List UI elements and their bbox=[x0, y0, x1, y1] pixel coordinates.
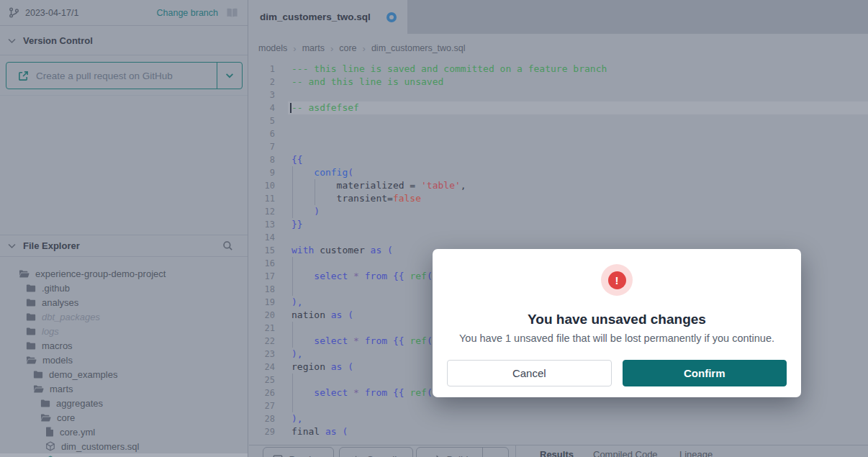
create-pull-request-button[interactable]: Create a pull request on GitHub bbox=[6, 62, 243, 89]
external-link-icon bbox=[18, 71, 29, 81]
line-number-gutter: 1234567891011121314151617181920212223242… bbox=[249, 63, 275, 438]
file-tree-item-label: .github bbox=[42, 283, 70, 294]
file-tree-item[interactable]: logs bbox=[0, 324, 248, 338]
line-number: 12 bbox=[249, 205, 275, 218]
code-line[interactable]: }} bbox=[291, 218, 868, 231]
preview-label: Preview bbox=[289, 454, 323, 457]
breadcrumb-item[interactable]: marts bbox=[302, 43, 325, 53]
code-line[interactable] bbox=[291, 114, 868, 127]
build-dropdown-caret[interactable] bbox=[482, 448, 508, 457]
code-line[interactable]: ) bbox=[291, 205, 868, 218]
file-tree-item[interactable]: dim_customers_two.sql bbox=[0, 453, 248, 457]
file-tree-item-label: core.yml bbox=[60, 427, 95, 438]
folder-icon bbox=[26, 284, 36, 293]
file-tree-item[interactable]: marts bbox=[0, 381, 248, 396]
file-tree-item-label: experience-group-demo-project bbox=[35, 268, 166, 279]
folder-icon bbox=[26, 327, 36, 336]
breadcrumb-item[interactable]: dim_customers_two.sql bbox=[371, 43, 466, 53]
line-number: 25 bbox=[249, 374, 275, 386]
branch-bar: 2023-04-17/1 Change branch bbox=[0, 0, 248, 26]
indent-guide bbox=[292, 257, 293, 296]
code-line[interactable]: --- this line is saved and committed on … bbox=[291, 63, 868, 76]
branch-name: 2023-04-17/1 bbox=[25, 8, 78, 18]
modal-actions: Cancel Confirm bbox=[447, 360, 787, 386]
folder-open-icon bbox=[19, 269, 30, 279]
section-divider bbox=[0, 95, 248, 96]
alert-icon-halo: ! bbox=[601, 264, 633, 296]
change-branch-link[interactable]: Change branch bbox=[157, 8, 218, 18]
tab-label: dim_customers_two.sql bbox=[260, 12, 371, 22]
tab-lineage[interactable]: Lineage bbox=[679, 449, 713, 457]
cancel-button[interactable]: Cancel bbox=[447, 360, 612, 386]
pr-dropdown-caret[interactable] bbox=[217, 63, 242, 89]
unsaved-indicator-dot bbox=[386, 12, 397, 22]
build-split-button: Build bbox=[416, 447, 509, 457]
file-tree-item[interactable]: macros bbox=[0, 338, 248, 353]
file-tree-item[interactable]: analyses bbox=[0, 295, 248, 309]
folder-icon bbox=[26, 312, 36, 322]
tab-results[interactable]: Results bbox=[540, 449, 574, 457]
git-branch-icon bbox=[9, 7, 19, 18]
folder-icon bbox=[26, 298, 36, 307]
file-explorer-header[interactable]: File Explorer bbox=[0, 235, 248, 257]
line-number: 7 bbox=[249, 140, 275, 153]
table-icon bbox=[273, 454, 283, 457]
code-line[interactable] bbox=[291, 89, 868, 101]
code-line[interactable]: config( bbox=[291, 166, 868, 179]
code-line[interactable]: {{ bbox=[291, 153, 868, 166]
line-number: 11 bbox=[249, 192, 275, 205]
file-tree: experience-group-demo-project.githubanal… bbox=[0, 266, 248, 457]
code-line[interactable]: transient=false bbox=[291, 192, 868, 205]
code-line[interactable]: -- asdfefsef bbox=[291, 101, 868, 114]
alert-icon: ! bbox=[608, 271, 626, 289]
file-tree-item-label: macros bbox=[42, 340, 73, 351]
folder-icon bbox=[40, 399, 50, 408]
file-tree-item[interactable]: core bbox=[0, 410, 248, 425]
file-tree-item[interactable]: .github bbox=[0, 281, 248, 295]
search-icon[interactable] bbox=[222, 240, 233, 251]
sidebar: 2023-04-17/1 Change branch Version Contr… bbox=[0, 0, 248, 457]
model-icon bbox=[45, 441, 55, 451]
line-number: 17 bbox=[249, 270, 275, 283]
modal-title: You have unsaved changes bbox=[447, 312, 787, 327]
code-line[interactable] bbox=[291, 231, 868, 244]
build-label: Build bbox=[446, 454, 468, 457]
compile-button[interactable]: Compile bbox=[339, 447, 413, 457]
breadcrumb-item[interactable]: core bbox=[339, 43, 356, 53]
line-number: 29 bbox=[249, 425, 275, 438]
file-tree-item[interactable]: dbt_packages bbox=[0, 309, 248, 324]
code-line[interactable] bbox=[291, 127, 868, 140]
code-line[interactable]: ), bbox=[291, 412, 868, 425]
file-tree-item-label: logs bbox=[42, 326, 59, 337]
file-tree-item[interactable]: dim_customers.sql bbox=[0, 439, 248, 453]
line-number: 10 bbox=[249, 179, 275, 192]
line-number: 23 bbox=[249, 348, 275, 361]
folder-open-icon bbox=[33, 384, 44, 394]
confirm-button[interactable]: Confirm bbox=[623, 360, 787, 386]
line-number: 27 bbox=[249, 399, 275, 412]
breadcrumb: models›marts›core›dim_customers_two.sql bbox=[249, 34, 868, 63]
preview-button[interactable]: Preview bbox=[263, 447, 334, 457]
tab-compiled-code[interactable]: Compiled Code bbox=[593, 449, 658, 457]
breadcrumb-item[interactable]: models bbox=[258, 43, 287, 53]
build-button[interactable]: Build bbox=[417, 448, 482, 457]
docs-book-icon[interactable] bbox=[225, 7, 239, 19]
code-line[interactable] bbox=[291, 140, 868, 153]
code-line[interactable]: final as ( bbox=[291, 425, 868, 438]
file-tree-item[interactable]: core.yml bbox=[0, 425, 248, 439]
file-tree-item[interactable]: models bbox=[0, 353, 248, 367]
code-line[interactable]: -- and this line is unsaved bbox=[291, 76, 868, 89]
file-tree-item[interactable]: aggregates bbox=[0, 396, 248, 410]
code-line[interactable]: materialized = 'table', bbox=[291, 179, 868, 192]
file-tree-item[interactable]: experience-group-demo-project bbox=[0, 266, 248, 281]
code-line[interactable] bbox=[291, 399, 868, 412]
file-tree-item[interactable]: demo_examples bbox=[0, 367, 248, 381]
version-control-header[interactable]: Version Control bbox=[0, 27, 248, 55]
tab-dim-customers-two[interactable]: dim_customers_two.sql bbox=[249, 0, 407, 34]
folder-icon bbox=[33, 370, 43, 379]
line-number: 20 bbox=[249, 309, 275, 322]
compile-label: Compile bbox=[366, 454, 402, 457]
folder-open-icon bbox=[26, 356, 37, 365]
indent-guide bbox=[292, 374, 293, 412]
line-number: 24 bbox=[249, 361, 275, 374]
